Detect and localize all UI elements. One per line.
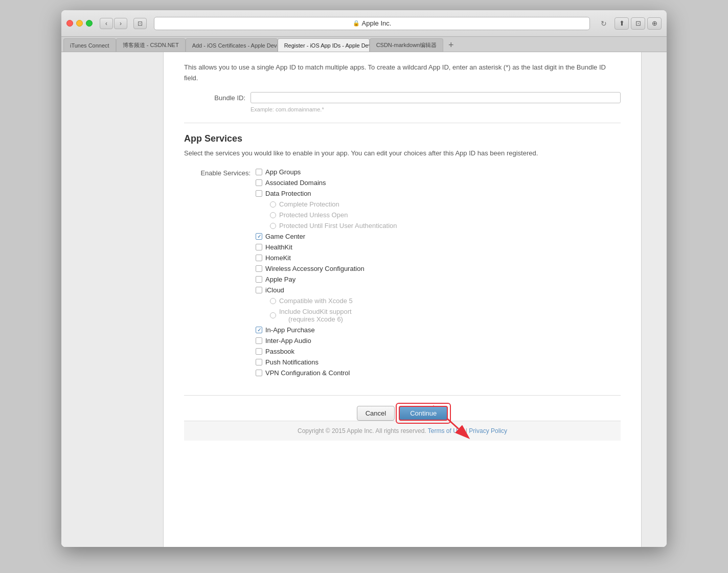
service-push-notifications[interactable]: Push Notifications [256, 358, 621, 366]
maximize-button[interactable] [86, 20, 93, 27]
service-data-protection[interactable]: Data Protection [256, 190, 621, 197]
services-list: App Groups Associated Domains Data Prote… [251, 168, 621, 380]
checkbox-push-notifications[interactable] [256, 359, 262, 365]
add-tab-button[interactable]: + [445, 39, 457, 51]
service-protected-until-auth[interactable]: Protected Until First User Authenticatio… [270, 222, 621, 230]
service-apple-pay[interactable]: Apple Pay [256, 276, 621, 283]
checkbox-inter-app-audio[interactable] [256, 337, 262, 344]
address-bar[interactable]: 🔒 Apple Inc. [154, 17, 590, 30]
service-in-app-purchase[interactable]: In-App Purchase [256, 326, 621, 334]
separator: | [466, 427, 467, 434]
service-cloudkit[interactable]: Include CloudKit support(requires Xcode … [270, 308, 621, 323]
checkbox-icloud[interactable] [256, 287, 262, 293]
tab-view-button[interactable]: ⊡ [133, 18, 147, 29]
new-tab-button[interactable]: ⊕ [647, 17, 662, 30]
checkbox-wireless-accessory[interactable] [256, 265, 262, 272]
services-row: Enable Services: App Groups Associated D… [184, 168, 621, 380]
checkbox-vpn[interactable] [256, 370, 262, 376]
service-wireless-accessory[interactable]: Wireless Accessory Configuration [256, 265, 621, 272]
wildcard-description: This allows you to use a single App ID t… [184, 62, 621, 84]
content-area: This allows you to use a single App ID t… [61, 52, 667, 547]
toolbar-right: ⬆ ⊡ ⊕ [615, 17, 662, 30]
checkbox-in-app-purchase[interactable] [256, 327, 262, 333]
title-bar: ‹ › ⊡ 🔒 Apple Inc. ↻ ⬆ ⊡ ⊕ [61, 10, 667, 37]
nav-buttons: ‹ › [100, 18, 127, 29]
lock-icon: 🔒 [353, 20, 360, 27]
app-services-title: App Services [184, 133, 621, 144]
radio-protected-unless-open[interactable] [270, 212, 276, 218]
main-content: This allows you to use a single App ID t… [164, 52, 641, 547]
service-xcode5[interactable]: Compatible with Xcode 5 [270, 297, 621, 305]
checkbox-associated-domains[interactable] [256, 179, 262, 186]
minimize-button[interactable] [76, 20, 83, 27]
divider [184, 123, 621, 123]
radio-cloudkit[interactable] [270, 312, 276, 318]
close-button[interactable] [66, 20, 73, 27]
tab-csdn-md[interactable]: CSDN-markdown编辑器 [370, 38, 444, 52]
tab-ios-cert[interactable]: Add - iOS Certificates - Apple Developer [186, 38, 278, 52]
left-sidebar [61, 52, 164, 547]
checkbox-game-center[interactable] [256, 233, 262, 240]
tab-csdn[interactable]: 博客频道 - CSDN.NET [116, 38, 186, 52]
service-complete-protection[interactable]: Complete Protection [270, 200, 621, 208]
cancel-button[interactable]: Cancel [357, 406, 395, 421]
checkbox-passbook[interactable] [256, 348, 262, 355]
terms-link[interactable]: Terms of Use [428, 427, 464, 434]
tab-register-ios[interactable]: Register - iOS App IDs - Apple Developer [278, 38, 370, 52]
tab-bar: iTunes Connect 博客频道 - CSDN.NET Add - iOS… [61, 37, 667, 52]
bundle-id-example: Example: com.domainname.* [251, 106, 621, 112]
service-vpn[interactable]: VPN Configuration & Control [256, 369, 621, 377]
service-healthkit[interactable]: HealthKit [256, 243, 621, 251]
url-text: Apple Inc. [362, 19, 392, 27]
tab-overview-button[interactable]: ⊡ [631, 17, 645, 30]
bundle-id-label: Bundle ID: [184, 92, 245, 102]
enable-services-label: Enable Services: [184, 168, 251, 380]
copyright-text: Copyright © 2015 Apple Inc. All rights r… [298, 427, 426, 434]
back-button[interactable]: ‹ [100, 18, 113, 29]
refresh-button[interactable]: ↻ [597, 18, 610, 29]
radio-complete-protection[interactable] [270, 201, 276, 208]
service-icloud[interactable]: iCloud [256, 286, 621, 294]
privacy-link[interactable]: Privacy Policy [469, 427, 507, 434]
checkbox-apple-pay[interactable] [256, 276, 262, 283]
app-services-description: Select the services you would like to en… [184, 148, 621, 158]
service-app-groups[interactable]: App Groups [256, 168, 621, 176]
radio-protected-until-auth[interactable] [270, 223, 276, 229]
service-protected-unless-open[interactable]: Protected Unless Open [270, 211, 621, 219]
right-sidebar [641, 52, 667, 547]
checkbox-homekit[interactable] [256, 255, 262, 261]
bundle-id-row: Bundle ID: [184, 92, 621, 103]
traffic-lights [66, 20, 93, 27]
continue-wrapper: Continue [399, 406, 448, 421]
checkbox-data-protection[interactable] [256, 190, 262, 197]
bundle-id-input[interactable] [251, 92, 621, 103]
service-homekit[interactable]: HomeKit [256, 254, 621, 262]
tab-itunes-connect[interactable]: iTunes Connect [63, 38, 116, 52]
radio-xcode5[interactable] [270, 298, 276, 304]
continue-button[interactable]: Continue [399, 406, 448, 421]
checkbox-app-groups[interactable] [256, 169, 262, 175]
browser-window: ‹ › ⊡ 🔒 Apple Inc. ↻ ⬆ ⊡ ⊕ iTunes Connec… [61, 10, 667, 547]
forward-button[interactable]: › [114, 18, 127, 29]
buttons-row: Cancel Continue [184, 395, 621, 421]
share-button[interactable]: ⬆ [615, 17, 629, 30]
page-footer: Copyright © 2015 Apple Inc. All rights r… [184, 421, 621, 441]
checkbox-healthkit[interactable] [256, 244, 262, 250]
service-associated-domains[interactable]: Associated Domains [256, 179, 621, 187]
service-passbook[interactable]: Passbook [256, 348, 621, 355]
service-inter-app-audio[interactable]: Inter-App Audio [256, 337, 621, 345]
service-game-center[interactable]: Game Center [256, 233, 621, 240]
